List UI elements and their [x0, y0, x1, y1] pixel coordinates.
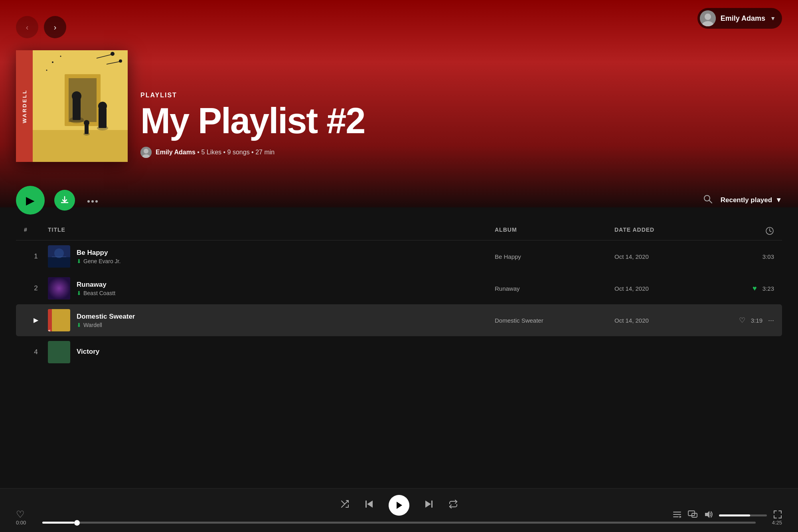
svg-rect-4 [33, 130, 128, 162]
playlist-metadata: PLAYLIST My Playlist #2 Emily Adams • 5 … [140, 92, 365, 162]
svg-rect-39 [48, 277, 70, 299]
download-button[interactable] [54, 190, 75, 211]
track-row[interactable]: 4 Victory [16, 336, 782, 368]
svg-marker-52 [679, 516, 681, 518]
track-name: Be Happy [77, 249, 120, 257]
progress-bar[interactable] [42, 522, 756, 524]
album-art-illustration [33, 50, 128, 162]
track-title-cell: WARDELL Domestic Sweater ⬇ Wardell [48, 309, 495, 331]
svg-point-12 [98, 102, 107, 110]
track-duration-cell: 3:03 [726, 253, 774, 260]
forward-button[interactable]: › [44, 16, 66, 38]
player-left: ♡ [16, 509, 25, 520]
svg-rect-43 [48, 341, 70, 363]
svg-rect-45 [365, 500, 367, 508]
svg-rect-48 [431, 500, 433, 508]
player-bar: ♡ [0, 488, 798, 532]
svg-rect-35 [48, 257, 70, 268]
svg-point-28 [95, 200, 98, 203]
track-name: Runaway [77, 281, 115, 289]
owner-link[interactable]: Emily Adams [156, 149, 196, 156]
track-row[interactable]: ▶ WARDELL Domestic Sweater ⬇ Wardell Dom… [16, 304, 782, 336]
track-number: 4 [24, 348, 48, 356]
track-thumbnail [48, 245, 70, 268]
progress-dot [74, 520, 80, 526]
progress-fill [42, 522, 74, 524]
play-button[interactable]: ▶ [16, 186, 45, 215]
track-duration-cell: ♡ 3:19 ··· [726, 316, 774, 325]
back-button[interactable]: ‹ [16, 16, 38, 38]
track-artist: ⬇ Gene Evaro Jr. [77, 258, 120, 264]
svg-point-20 [52, 61, 53, 63]
track-duration: 3:19 [751, 317, 762, 324]
playing-indicator: ▶ [34, 317, 38, 323]
previous-button[interactable] [364, 499, 374, 512]
search-button[interactable] [703, 194, 713, 206]
next-button[interactable] [424, 499, 434, 512]
track-name-group: Runaway ⬇ Beast Coastt [77, 281, 115, 296]
user-chevron-icon: ▼ [770, 15, 776, 22]
track-duration: 3:03 [762, 253, 774, 260]
downloaded-icon: ⬇ [77, 322, 81, 328]
svg-point-27 [91, 200, 94, 203]
track-album: Runaway [495, 285, 614, 292]
track-thumbnail [48, 341, 70, 363]
track-artist: ⬇ Beast Coastt [77, 290, 115, 296]
col-album: ALBUM [495, 227, 614, 235]
track-row[interactable]: 2 Runaway ⬇ Beast Coastt RunawayOct 14, … [16, 272, 782, 304]
svg-point-17 [111, 52, 115, 56]
fullscreen-button[interactable] [773, 510, 782, 521]
like-current-track-button[interactable]: ♡ [16, 509, 25, 520]
player-play-button[interactable] [389, 495, 409, 516]
user-badge[interactable]: Emily Adams ▼ [697, 8, 782, 29]
album-spine: WARDELL [16, 50, 33, 162]
svg-line-30 [709, 201, 712, 203]
track-date-added: Oct 14, 2020 [614, 253, 726, 260]
track-row[interactable]: 1 Be Happy ⬇ Gene Evaro Jr. Be HappyOct … [16, 240, 782, 272]
track-artist: ⬇ Wardell [77, 322, 135, 328]
downloaded-icon: ⬇ [77, 290, 81, 296]
playlist-controls: ▶ Recently played ▼ [16, 178, 782, 227]
sort-chevron-icon: ▼ [775, 196, 782, 204]
svg-marker-47 [425, 500, 431, 508]
svg-rect-41 [48, 309, 52, 331]
repeat-button[interactable] [448, 499, 458, 511]
volume-fill [719, 514, 750, 516]
track-number: 1 [24, 252, 48, 260]
like-button[interactable]: ♡ [739, 316, 745, 325]
playlist-type-label: PLAYLIST [140, 92, 365, 99]
progress-row: 0:00 4:25 [16, 520, 782, 526]
track-duration: 3:23 [762, 285, 774, 292]
playlist-likes: 5 Likes [201, 149, 221, 156]
svg-point-26 [87, 200, 90, 203]
player-right-controls [673, 510, 782, 521]
svg-marker-55 [705, 511, 709, 518]
user-avatar [700, 10, 716, 26]
liked-icon[interactable]: ♥ [753, 284, 757, 293]
track-date-added: Oct 14, 2020 [614, 317, 726, 324]
owner-avatar [140, 147, 152, 158]
volume-bar[interactable] [719, 514, 767, 516]
shuffle-button[interactable] [340, 499, 350, 511]
playlist-owner-row: Emily Adams • 5 Likes • 9 songs • 27 min [140, 147, 365, 158]
svg-text:WARDELL: WARDELL [48, 330, 51, 331]
track-name: Victory [77, 348, 99, 356]
track-more-button[interactable]: ··· [768, 316, 774, 325]
track-thumbnail [48, 277, 70, 299]
downloaded-icon: ⬇ [77, 258, 81, 264]
track-title-cell: Runaway ⬇ Beast Coastt [48, 277, 495, 299]
track-duration-cell: ♥ 3:23 [726, 284, 774, 293]
col-num: # [24, 227, 48, 235]
svg-point-24 [144, 149, 148, 154]
queue-button[interactable] [673, 510, 681, 521]
more-options-button[interactable] [85, 195, 101, 205]
svg-rect-8 [73, 98, 81, 120]
svg-line-33 [770, 231, 771, 232]
svg-point-21 [60, 56, 61, 57]
svg-point-15 [84, 120, 89, 126]
track-album: Domestic Sweater [495, 317, 614, 324]
devices-button[interactable] [688, 510, 697, 521]
sort-dropdown[interactable]: Recently played ▼ [721, 196, 782, 204]
svg-marker-46 [397, 502, 402, 509]
volume-button[interactable] [704, 510, 713, 521]
